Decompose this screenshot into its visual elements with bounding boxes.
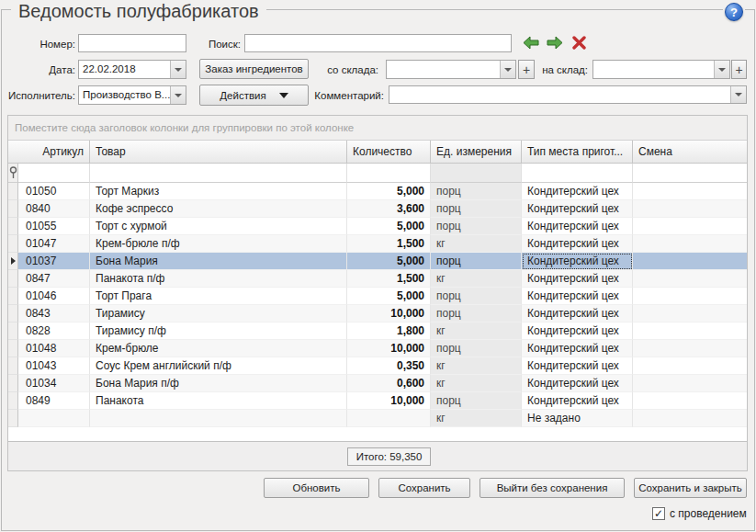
order-ingredients-button[interactable]: Заказ ингредиентов [199,59,309,79]
filter-cell-place-type[interactable] [522,164,633,183]
help-icon[interactable]: ? [725,3,743,21]
cell-product[interactable]: Тирамису п/ф [90,323,347,340]
search-next-icon[interactable] [547,36,563,50]
cell-unit[interactable]: кг [431,410,522,427]
cell-product[interactable]: Бона Мария [90,253,347,270]
cell-shift[interactable] [633,375,747,392]
cell-place-type[interactable]: Кондитерский цех [522,288,633,305]
cell-shift[interactable] [633,357,747,375]
cell-shift[interactable] [633,305,747,323]
filter-cell-product[interactable] [90,164,347,183]
group-by-panel[interactable]: Поместите сюда заголовок колонки для гру… [8,116,747,141]
cell-article[interactable]: 0828 [18,323,90,340]
column-header-unit[interactable]: Ед. измерения [431,141,522,164]
cell-unit[interactable]: кг [431,323,522,340]
cell-article[interactable] [18,410,90,427]
search-clear-icon[interactable] [572,36,586,50]
cell-shift[interactable] [633,340,747,357]
cell-article[interactable]: 0843 [18,305,90,323]
cell-product[interactable]: Бона Мария п/ф [90,375,347,392]
actions-button[interactable]: Действия [199,85,309,106]
cell-place-type[interactable]: Не задано [522,410,633,427]
column-header-place-type[interactable]: Тип места пригот... [522,141,633,164]
cell-place-type[interactable]: Кондитерский цех [522,323,633,340]
search-prev-icon[interactable] [523,36,539,50]
cell-place-type[interactable]: Кондитерский цех [522,375,633,392]
cell-unit[interactable]: кг [431,357,522,375]
cell-place-type[interactable]: Кондитерский цех [522,357,633,375]
cell-quantity[interactable]: 0,600 [347,375,431,392]
save-and-close-button[interactable]: Сохранить и закрыть [634,478,747,498]
cell-article[interactable]: 01037 [18,253,90,270]
cell-quantity[interactable]: 5,000 [347,288,431,305]
cell-shift[interactable] [633,183,747,200]
cell-place-type[interactable]: Кондитерский цех [522,235,633,253]
cell-place-type[interactable]: Кондитерский цех [522,340,633,357]
cell-article[interactable]: 01047 [18,235,90,253]
cell-quantity[interactable]: 5,000 [347,183,431,200]
cell-quantity[interactable]: 10,000 [347,340,431,357]
executor-dropdown-button[interactable] [170,86,186,104]
filter-cell-shift[interactable] [633,164,747,183]
table-row[interactable]: 01034Бона Мария п/ф0,600кгКондитерский ц… [8,375,747,392]
table-row[interactable]: 0840Кофе эспрессо3,600порцКондитерский ц… [8,200,747,218]
cell-unit[interactable]: порц [431,253,522,270]
cell-article[interactable]: 0849 [18,392,90,410]
cell-unit[interactable]: кг [431,235,522,253]
cell-shift[interactable] [633,323,747,340]
to-store-dropdown-button[interactable] [714,61,729,78]
table-row[interactable]: 01043Соус Крем английский п/ф0,350кгКонд… [8,357,747,375]
cell-unit[interactable]: порц [431,392,522,410]
save-button[interactable]: Сохранить [378,478,470,498]
comment-dropdown-button[interactable] [730,86,746,103]
table-row[interactable]: 0847Панакота п/ф1,500кгКондитерский цех [8,270,747,288]
column-header-quantity[interactable]: Количество [347,141,431,164]
cell-article[interactable]: 0840 [18,200,90,218]
cell-shift[interactable] [633,410,747,427]
cell-unit[interactable]: порц [431,288,522,305]
cell-article[interactable]: 01043 [18,357,90,375]
refresh-button[interactable]: Обновить [264,478,369,498]
cell-place-type[interactable]: Кондитерский цех [522,253,633,270]
add-from-store-button[interactable]: + [518,60,535,79]
post-checkbox[interactable]: ✓ [652,507,665,520]
cell-product[interactable]: Торт Маркиз [90,183,347,200]
cell-shift[interactable] [633,200,747,218]
add-to-store-button[interactable]: + [731,60,747,79]
filter-cell-quantity[interactable] [347,164,431,183]
cell-quantity[interactable]: 10,000 [347,392,431,410]
executor-combo[interactable]: Производство В... [78,85,186,105]
from-store-combo[interactable] [386,60,516,79]
cell-article[interactable]: 01050 [18,183,90,200]
cell-product[interactable]: Торт с хурмой [90,218,347,235]
cell-quantity[interactable]: 1,500 [347,235,431,253]
cell-product[interactable]: Панакота п/ф [90,270,347,288]
cell-product[interactable]: Крем-брюле [90,340,347,357]
cell-place-type[interactable]: Кондитерский цех [522,183,633,200]
filter-cell-unit[interactable] [431,164,522,183]
table-row[interactable]: 01046Торт Прага5,000порцКондитерский цех [8,288,747,305]
cell-shift[interactable] [633,253,747,270]
comment-combo[interactable] [389,85,747,104]
cell-product[interactable] [90,410,347,427]
cell-product[interactable]: Тирамису [90,305,347,323]
cell-place-type[interactable]: Кондитерский цех [522,270,633,288]
cell-quantity[interactable]: 1,500 [347,270,431,288]
date-dropdown-button[interactable] [170,61,186,78]
cell-quantity[interactable]: 1,800 [347,323,431,340]
cell-quantity[interactable]: 10,000 [347,305,431,323]
cell-place-type[interactable]: Кондитерский цех [522,305,633,323]
cell-quantity[interactable]: 5,000 [347,218,431,235]
table-row[interactable]: 01055Торт с хурмой5,000порцКондитерский … [8,218,747,235]
cell-product[interactable]: Соус Крем английский п/ф [90,357,347,375]
cell-shift[interactable] [633,218,747,235]
cell-article[interactable]: 01048 [18,340,90,357]
cell-article[interactable]: 01034 [18,375,90,392]
cell-quantity[interactable] [347,410,431,427]
from-store-dropdown-button[interactable] [500,61,515,78]
cell-quantity[interactable]: 3,600 [347,200,431,218]
cell-unit[interactable]: порц [431,218,522,235]
table-row[interactable]: кгНе задано [8,410,747,427]
cell-unit[interactable]: порц [431,200,522,218]
cell-product[interactable]: Кофе эспрессо [90,200,347,218]
